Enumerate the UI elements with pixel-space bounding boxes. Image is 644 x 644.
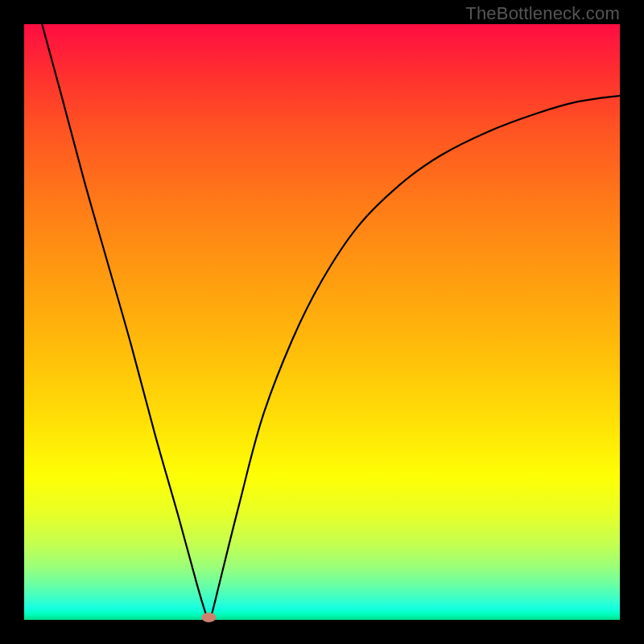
chart-frame: TheBottleneck.com <box>0 0 644 644</box>
curve-layer <box>24 24 620 620</box>
plot-area <box>24 24 620 620</box>
bottleneck-curve <box>42 24 620 620</box>
watermark-text: TheBottleneck.com <box>465 3 620 24</box>
minimum-marker <box>201 613 216 622</box>
